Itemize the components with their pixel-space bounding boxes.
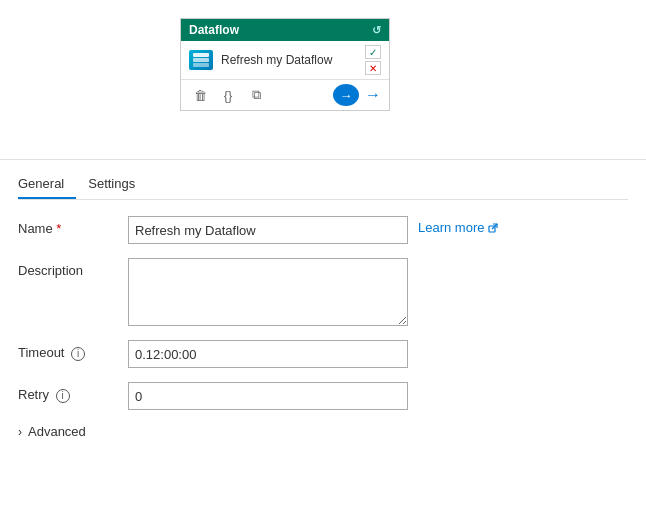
required-star: * xyxy=(56,221,61,236)
description-row: Description xyxy=(18,258,628,326)
svg-rect-1 xyxy=(193,58,209,62)
svg-rect-0 xyxy=(193,53,209,57)
delete-button[interactable]: 🗑 xyxy=(189,84,211,106)
copy-button[interactable]: ⧉ xyxy=(245,84,267,106)
timeout-control-wrap xyxy=(128,340,628,368)
advanced-section[interactable]: › Advanced xyxy=(18,424,628,439)
name-input[interactable] xyxy=(128,216,408,244)
external-link-icon xyxy=(487,222,499,234)
node-body: Refresh my Dataflow ✓ ✕ xyxy=(181,41,389,79)
status-x-icon: ✕ xyxy=(365,61,381,75)
description-control-wrap xyxy=(128,258,628,326)
name-label: Name * xyxy=(18,216,128,236)
learn-more-link[interactable]: Learn more xyxy=(418,216,499,235)
chevron-right-icon: › xyxy=(18,425,22,439)
dataflow-node: Dataflow ↺ Refresh my Dataflow ✓ ✕ 🗑 xyxy=(180,18,390,111)
node-header-icon[interactable]: ↺ xyxy=(372,24,381,37)
tabs-bar: General Settings xyxy=(18,160,628,200)
name-control-wrap: Learn more xyxy=(128,216,628,244)
node-status-icons: ✓ ✕ xyxy=(365,45,381,75)
arrow-right-icon: → xyxy=(365,86,381,104)
node-action-row: Refresh my Dataflow xyxy=(189,50,332,70)
node-toolbar: 🗑 {} ⧉ → → xyxy=(181,79,389,110)
name-row: Name * Learn more xyxy=(18,216,628,244)
retry-label: Retry i xyxy=(18,382,128,403)
timeout-info-icon[interactable]: i xyxy=(71,347,85,361)
retry-input[interactable] xyxy=(128,382,408,410)
description-label: Description xyxy=(18,258,128,278)
tab-settings[interactable]: Settings xyxy=(88,170,147,199)
retry-control-wrap xyxy=(128,382,628,410)
retry-info-icon[interactable]: i xyxy=(56,389,70,403)
description-input[interactable] xyxy=(128,258,408,326)
advanced-label: Advanced xyxy=(28,424,86,439)
node-action-label: Refresh my Dataflow xyxy=(221,53,332,67)
timeout-label: Timeout i xyxy=(18,340,128,361)
svg-rect-2 xyxy=(193,63,209,67)
code-button[interactable]: {} xyxy=(217,84,239,106)
timeout-row: Timeout i xyxy=(18,340,628,368)
run-button[interactable]: → xyxy=(333,84,359,106)
retry-row: Retry i xyxy=(18,382,628,410)
dataflow-icon xyxy=(189,50,213,70)
canvas-area: Dataflow ↺ Refresh my Dataflow ✓ ✕ 🗑 xyxy=(0,0,646,160)
node-header: Dataflow ↺ xyxy=(181,19,389,41)
timeout-input[interactable] xyxy=(128,340,408,368)
status-check-icon: ✓ xyxy=(365,45,381,59)
node-header-label: Dataflow xyxy=(189,23,239,37)
tab-general[interactable]: General xyxy=(18,170,76,199)
bottom-panel: General Settings Name * Learn more Descr… xyxy=(0,160,646,439)
